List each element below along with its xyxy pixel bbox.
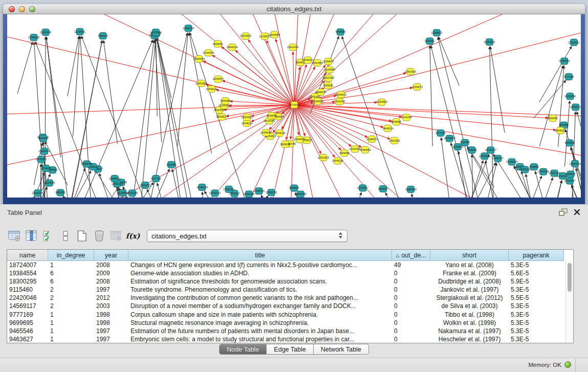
- svg-text:19384554: 19384554: [559, 59, 570, 62]
- table-panel-title: Table Panel: [7, 209, 42, 216]
- svg-text:19384554: 19384554: [405, 188, 417, 191]
- table-row[interactable]: 1830029562008Estimation of significance …: [7, 277, 573, 286]
- delete-column-icon[interactable]: [92, 229, 106, 243]
- svg-text:16156834: 16156834: [150, 31, 161, 34]
- svg-text:16156834: 16156834: [444, 137, 455, 140]
- create-column-icon[interactable]: [75, 229, 90, 243]
- svg-text:12542104: 12542104: [112, 182, 123, 185]
- table-cell: 0: [392, 311, 430, 319]
- table-row[interactable]: 946554611997Estimation of the future num…: [7, 327, 573, 335]
- hide-columns-icon[interactable]: [58, 229, 73, 243]
- table-cell: Estimation of significance thresholds fo…: [128, 277, 392, 286]
- column-header-name[interactable]: name: [7, 250, 48, 261]
- table-row[interactable]: 1872400712008Changes of HCN gene express…: [7, 261, 573, 269]
- table-cell: 1997: [94, 286, 128, 294]
- table-cell: 1: [48, 311, 94, 319]
- svg-text:11058673: 11058673: [411, 85, 423, 89]
- svg-text:9463627: 9463627: [378, 187, 388, 190]
- function-builder-icon[interactable]: f(x): [125, 229, 140, 243]
- svg-text:18300295: 18300295: [519, 168, 531, 171]
- svg-text:17954289: 17954289: [538, 170, 549, 173]
- svg-text:11058673: 11058673: [212, 77, 224, 80]
- column-header-indegree[interactable]: in_degree: [48, 250, 94, 261]
- table-cell: 1: [48, 319, 94, 327]
- svg-text:19448234: 19448234: [226, 46, 237, 49]
- table-cell: 1998: [94, 311, 128, 319]
- svg-text:11058673: 11058673: [335, 93, 346, 96]
- svg-text:9115460: 9115460: [559, 123, 569, 126]
- svg-text:19384554: 19384554: [294, 138, 305, 141]
- svg-text:12542104: 12542104: [183, 27, 194, 30]
- table-cell: Franke et al. (2009): [430, 269, 509, 277]
- table-row[interactable]: 2242004622012Investigating the contribut…: [7, 294, 573, 302]
- table-row[interactable]: 1938455462009Genome-wide association stu…: [7, 269, 573, 277]
- table-scrollbar[interactable]: [565, 261, 573, 343]
- column-header-outde[interactable]: △out_de...: [392, 250, 430, 261]
- table-cell: 5.3E-5: [509, 335, 564, 343]
- table-row[interactable]: 969969511998Structural magnetic resonanc…: [7, 319, 573, 327]
- svg-text:10953815: 10953815: [240, 34, 251, 37]
- network-canvas[interactable]: 1830029596996951795428912542104224200469…: [7, 14, 581, 198]
- table-cell: Estimation of the future numbers of pati…: [128, 327, 392, 335]
- svg-text:18300295: 18300295: [243, 192, 254, 195]
- table-toolbar: f(x) citations_edges.txt: [7, 228, 347, 244]
- status-bar: Memory: OK: [0, 358, 588, 372]
- table-mode-icon[interactable]: [7, 229, 22, 243]
- svg-text:14569117: 14569117: [492, 157, 504, 160]
- table-select[interactable]: citations_edges.txt: [147, 230, 347, 242]
- tab-node-table[interactable]: Node Table: [219, 344, 267, 355]
- delete-table-icon[interactable]: [108, 229, 123, 243]
- svg-text:9699695: 9699695: [289, 186, 299, 189]
- table-cell: Disruption of a novel member of a sodium…: [128, 302, 392, 310]
- svg-text:22420046: 22420046: [203, 51, 214, 54]
- table-row[interactable]: 946362711997Embryonic stem cells: a mode…: [7, 335, 573, 343]
- sort-ascending-icon: △: [396, 253, 399, 258]
- table-cell: 14569117: [7, 302, 48, 310]
- svg-text:10953815: 10953815: [484, 40, 495, 43]
- close-panel-icon[interactable]: [574, 208, 580, 217]
- table-cell: 5.3E-5: [509, 311, 564, 319]
- tab-edge-table[interactable]: Edge Table: [267, 344, 313, 355]
- minimize-window-button[interactable]: [19, 6, 25, 12]
- node-attribute-table: namein_degreeyeartitle△out_de...shortpag…: [7, 249, 574, 343]
- svg-text:16156834: 16156834: [564, 95, 576, 98]
- table-scrollbar-thumb[interactable]: [568, 263, 572, 292]
- svg-text:19384554: 19384554: [43, 181, 55, 184]
- table-cell: 1997: [94, 335, 128, 343]
- svg-text:9699695: 9699695: [55, 191, 66, 194]
- tab-network-table[interactable]: Network Table: [314, 344, 369, 355]
- table-row[interactable]: 911546021997Tourette syndrome. Phenomeno…: [7, 286, 573, 294]
- table-cell: 9465546: [7, 327, 48, 335]
- svg-text:11058673: 11058673: [570, 105, 581, 108]
- status-divider: [575, 358, 576, 372]
- window-titlebar[interactable]: citations_edges.txt: [3, 4, 585, 14]
- svg-text:19448234: 19448234: [555, 129, 566, 132]
- table-panel: Table Panel f(x): [0, 205, 588, 372]
- column-header-year[interactable]: year: [94, 250, 128, 261]
- table-cell: Genome-wide association studies in ADHD.: [128, 269, 392, 277]
- column-header-title[interactable]: title: [128, 250, 392, 261]
- column-header-pagerank[interactable]: pagerank: [509, 250, 564, 261]
- show-columns-icon[interactable]: [24, 229, 39, 243]
- window-controls: [9, 6, 35, 12]
- memory-ok-icon[interactable]: [564, 361, 571, 368]
- svg-text:19384554: 19384554: [376, 100, 387, 103]
- desktop-background: citations_edges.txt 18300295969969517954…: [0, 0, 588, 205]
- column-header-short[interactable]: short: [430, 250, 509, 261]
- select-columns-icon[interactable]: [41, 229, 56, 243]
- table-row[interactable]: 977716911998Corpus callosum shape and si…: [7, 311, 573, 319]
- svg-text:9115460: 9115460: [166, 163, 176, 166]
- svg-text:9699695: 9699695: [38, 137, 49, 140]
- zoom-window-button[interactable]: [29, 6, 35, 12]
- svg-text:9777169: 9777169: [435, 132, 446, 135]
- float-panel-icon[interactable]: [559, 208, 568, 218]
- svg-text:10953815: 10953815: [318, 156, 329, 159]
- table-row[interactable]: 1456911722003Disruption of a novel membe…: [7, 302, 573, 310]
- close-window-button[interactable]: [9, 6, 15, 12]
- table-cell: 2012: [94, 294, 128, 302]
- svg-text:9699695: 9699695: [323, 84, 333, 87]
- svg-text:9115460: 9115460: [425, 39, 434, 42]
- svg-text:9699695: 9699695: [339, 151, 350, 155]
- svg-text:18724007: 18724007: [289, 103, 300, 106]
- table-cell: 9777169: [7, 311, 48, 319]
